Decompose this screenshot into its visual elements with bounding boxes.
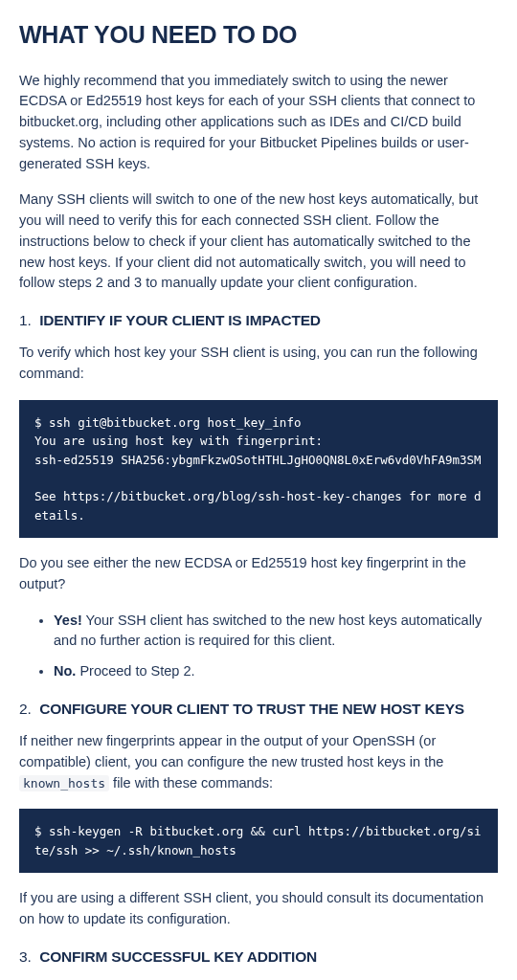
answer-yes-label: Yes!	[54, 612, 82, 628]
step-1-title: IDENTIFY IF YOUR CLIENT IS IMPACTED	[39, 312, 321, 328]
intro-paragraph-1: We highly recommend that you immediately…	[19, 71, 498, 175]
step-1-heading: 1. IDENTIFY IF YOUR CLIENT IS IMPACTED	[19, 309, 498, 331]
step-3-number: 3.	[19, 948, 32, 965]
step-1-answer-list: Yes! Your SSH client has switched to the…	[19, 611, 498, 682]
known-hosts-inline-code: known_hosts	[19, 775, 109, 791]
step-2-number: 2.	[19, 701, 32, 717]
answer-yes-text: Your SSH client has switched to the new …	[54, 612, 482, 649]
step-2-lead-a: If neither new fingerprints appear in th…	[19, 733, 443, 769]
step-1-question: Do you see either the new ECDSA or Ed255…	[19, 553, 498, 595]
step-3-title: CONFIRM SUCCESSFUL KEY ADDITION	[39, 948, 317, 965]
answer-yes: Yes! Your SSH client has switched to the…	[54, 611, 498, 653]
answer-no-label: No.	[54, 663, 76, 679]
step-1-code-block: $ ssh git@bitbucket.org host_key_info Yo…	[19, 400, 498, 538]
step-2-heading: 2. CONFIGURE YOUR CLIENT TO TRUST THE NE…	[19, 698, 498, 720]
step-1-lead: To verify which host key your SSH client…	[19, 343, 498, 385]
answer-no-text: Proceed to Step 2.	[76, 663, 194, 679]
step-2-title: CONFIGURE YOUR CLIENT TO TRUST THE NEW H…	[39, 701, 464, 717]
step-2-code-block: $ ssh-keygen -R bitbucket.org && curl ht…	[19, 809, 498, 873]
step-2-lead: If neither new fingerprints appear in th…	[19, 731, 498, 793]
intro-paragraph-2: Many SSH clients will switch to one of t…	[19, 189, 498, 294]
step-3-heading: 3. CONFIRM SUCCESSFUL KEY ADDITION	[19, 946, 498, 968]
step-1-number: 1.	[19, 312, 32, 328]
page-title: WHAT YOU NEED TO DO	[19, 17, 498, 54]
step-2-after: If you are using a different SSH client,…	[19, 888, 498, 930]
step-2-lead-b: file with these commands:	[109, 775, 273, 791]
answer-no: No. Proceed to Step 2.	[54, 661, 498, 682]
